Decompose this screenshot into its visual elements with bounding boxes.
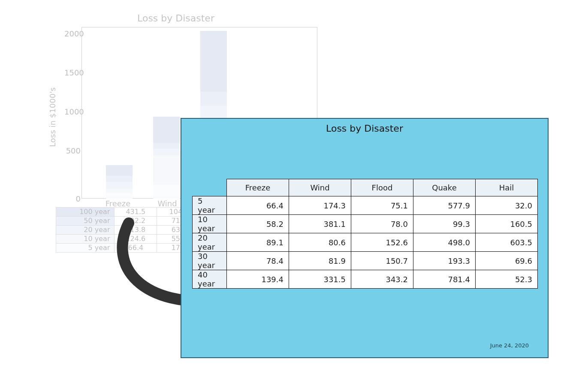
row-header: 30 year <box>193 252 227 270</box>
row-header: 40 year <box>193 270 227 289</box>
row-header: 20 year <box>56 226 115 235</box>
row-header: 5 year <box>56 244 115 253</box>
table-row: 20 year 89.1 80.6 152.6 498.0 603.5 <box>193 233 538 252</box>
cell: 343.2 <box>351 270 413 289</box>
corner-cell <box>193 179 227 196</box>
bar-seg-10yr <box>106 189 133 193</box>
bar-seg-50yr <box>153 143 180 149</box>
table-title: Loss by Disaster <box>181 123 548 134</box>
row-header: 10 year <box>193 215 227 233</box>
y-tick: 500 <box>64 146 81 155</box>
cell: 498.0 <box>413 233 476 252</box>
cell: 89.1 <box>227 233 289 252</box>
cell: 78.4 <box>227 252 289 270</box>
cell: 331.5 <box>289 270 351 289</box>
cell: 213.8 <box>115 226 157 235</box>
bar-seg-50yr <box>200 92 227 106</box>
bar-seg-100yr <box>153 117 180 142</box>
bar-seg-20yr <box>106 182 133 189</box>
cell: 174.3 <box>289 196 351 215</box>
cell: 32.0 <box>476 196 538 215</box>
col-header: Quake <box>413 179 476 196</box>
bar-seg-5yr <box>106 193 133 199</box>
cell: 160.5 <box>476 215 538 233</box>
figure-canvas: Loss by Disaster Loss in $1000's 0 500 1… <box>0 0 579 392</box>
col-header: Flood <box>351 179 413 196</box>
bar-seg-10yr <box>153 155 180 185</box>
cell: 99.3 <box>413 215 476 233</box>
y-tick: 2000 <box>64 29 81 38</box>
col-header: Freeze <box>227 179 289 196</box>
loss-table: Freeze Wind Flood Quake Hail 5 year 66.4… <box>192 179 538 289</box>
x-tick-freeze: Freeze <box>106 199 131 208</box>
cell: 78.0 <box>351 215 413 233</box>
cell: 577.9 <box>413 196 476 215</box>
x-tick-wind: Wind <box>157 199 177 208</box>
y-tick: 1000 <box>64 107 81 116</box>
cell: 152.6 <box>351 233 413 252</box>
cell: 292.2 <box>115 217 157 226</box>
col-header: Hail <box>476 179 538 196</box>
table-row: 5 year 66.4 174.3 75.1 577.9 32.0 <box>193 196 538 215</box>
y-tick: 1500 <box>64 68 81 77</box>
cell: 431.5 <box>115 208 157 217</box>
row-header: 5 year <box>193 196 227 215</box>
y-tick: 0 <box>64 194 81 203</box>
chart-title: Loss by Disaster <box>30 13 322 24</box>
cell: 58.2 <box>227 215 289 233</box>
cell: 81.9 <box>289 252 351 270</box>
row-header: 100 year <box>56 208 115 217</box>
cell: 781.4 <box>413 270 476 289</box>
cell: 80.6 <box>289 233 351 252</box>
bar-seg-100yr <box>200 31 227 92</box>
table-row: 30 year 78.4 81.9 150.7 193.3 69.6 <box>193 252 538 270</box>
bar-seg-50yr <box>106 176 133 182</box>
bar-wind <box>153 117 180 199</box>
row-header: 50 year <box>56 217 115 226</box>
bar-seg-5yr <box>153 185 180 199</box>
col-header: Wind <box>289 179 351 196</box>
big-table-wrap: Freeze Wind Flood Quake Hail 5 year 66.4… <box>192 179 538 289</box>
cell: 69.6 <box>476 252 538 270</box>
row-header: 10 year <box>56 235 115 244</box>
cell: 193.3 <box>413 252 476 270</box>
cell: 52.3 <box>476 270 538 289</box>
row-header: 20 year <box>193 233 227 252</box>
table-row: 40 year 139.4 331.5 343.2 781.4 52.3 <box>193 270 538 289</box>
table-header-row: Freeze Wind Flood Quake Hail <box>193 179 538 196</box>
y-axis-label: Loss in $1000's <box>48 87 57 147</box>
cell: 603.5 <box>476 233 538 252</box>
bar-freeze <box>106 165 133 199</box>
popout-table-panel: Loss by Disaster Freeze Wind Flood Quake… <box>181 118 549 358</box>
cell: 381.1 <box>289 215 351 233</box>
cell: 66.4 <box>227 196 289 215</box>
bar-seg-20yr <box>153 149 180 155</box>
bar-seg-100yr <box>106 165 133 176</box>
cell: 75.1 <box>351 196 413 215</box>
cell: 66.4 <box>115 244 157 253</box>
footer-date: June 24, 2020 <box>490 342 529 349</box>
cell: 124.6 <box>115 235 157 244</box>
cell: 150.7 <box>351 252 413 270</box>
table-row: 10 year 58.2 381.1 78.0 99.3 160.5 <box>193 215 538 233</box>
cell: 139.4 <box>227 270 289 289</box>
